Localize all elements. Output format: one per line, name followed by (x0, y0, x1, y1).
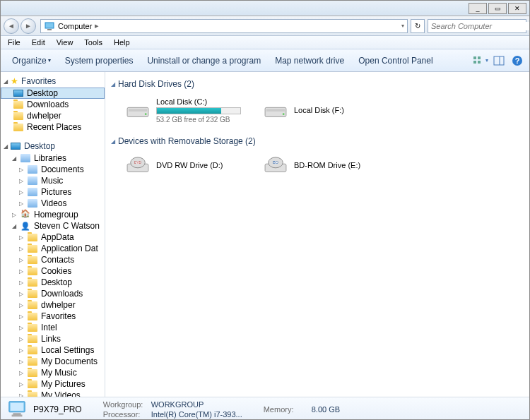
sidebar-item-documents[interactable]: ▷Documents (1, 164, 105, 175)
svg-rect-5 (478, 56, 481, 59)
sidebar-item-folder[interactable]: ▷Intel (1, 322, 105, 333)
map-network-drive-button[interactable]: Map network drive (268, 53, 351, 68)
close-button[interactable]: ✕ (508, 3, 526, 14)
folder-icon (13, 101, 23, 109)
menu-edit[interactable]: Edit (26, 37, 51, 48)
search-input[interactable] (431, 22, 529, 30)
folder-icon (28, 347, 37, 354)
favorites-group[interactable]: ◢ ★ Favorites (1, 75, 105, 88)
sidebar-item-folder[interactable]: ▷AppData (1, 232, 105, 243)
expand-icon: ▷ (19, 200, 26, 207)
open-control-panel-button[interactable]: Open Control Panel (351, 53, 440, 68)
forward-button[interactable]: ► (20, 18, 36, 34)
drive-icon: BD (261, 155, 290, 177)
folder-icon (28, 313, 37, 320)
expand-icon: ▷ (19, 167, 26, 173)
expand-icon: ▷ (19, 336, 26, 342)
minimize-button[interactable]: _ (469, 3, 487, 14)
uninstall-program-button[interactable]: Uninstall or change a program (140, 53, 268, 68)
expand-icon: ▷ (19, 268, 26, 275)
menu-tools[interactable]: Tools (78, 37, 108, 48)
back-button[interactable]: ◄ (4, 18, 19, 34)
menu-view[interactable]: View (51, 37, 79, 48)
drive-icon (261, 100, 290, 122)
drive-free-text: 53.2 GB free of 232 GB (156, 116, 256, 124)
folder-icon (13, 124, 23, 131)
sidebar-item-folder[interactable]: ▷Local Settings (1, 344, 105, 356)
sidebar-item-folder[interactable]: ▷Contacts (1, 254, 105, 265)
folder-icon (28, 279, 37, 287)
sidebar-item-folder[interactable]: ▷My Music (1, 367, 105, 378)
folder-icon (28, 256, 37, 264)
folder-icon (28, 301, 37, 309)
view-options-icon[interactable]: ▾ (473, 53, 488, 68)
sidebar-item-folder[interactable]: ▷Desktop (1, 277, 105, 288)
drive-item[interactable]: Local Disk (C:)53.2 GB free of 232 GB (121, 95, 259, 126)
drive-item[interactable]: DVDDVD RW Drive (D:) (121, 152, 259, 180)
sidebar-item-folder[interactable]: ▷Downloads (1, 288, 105, 299)
sidebar-item-folder[interactable]: ▷Links (1, 333, 105, 344)
folder-icon (28, 335, 37, 343)
refresh-button[interactable]: ↻ (411, 19, 425, 33)
folder-icon (28, 392, 37, 397)
address-location: Computer (58, 22, 92, 30)
group-header[interactable]: ◢Devices with Removable Storage (2) (111, 133, 524, 149)
expand-icon: ▷ (19, 313, 26, 320)
drive-item[interactable]: BDBD-ROM Drive (E:) (259, 152, 396, 180)
address-bar[interactable]: Computer ▸ ▾ (40, 19, 408, 33)
sidebar-item-folder[interactable]: ▷My Videos (1, 390, 105, 397)
svg-rect-4 (473, 56, 476, 59)
sidebar-item-folder[interactable]: ▷My Documents (1, 356, 105, 367)
drive-name: Local Disk (F:) (294, 106, 394, 114)
system-properties-button[interactable]: System properties (58, 53, 141, 68)
sidebar-item-libraries[interactable]: ◢Libraries (1, 152, 105, 164)
sidebar-item-dwhelper[interactable]: dwhelper (1, 110, 105, 121)
expand-icon: ▷ (19, 325, 26, 331)
sidebar-item-pictures[interactable]: ▷Pictures (1, 186, 105, 198)
processor-value: Intel(R) Core(TM) i7-393... (151, 410, 242, 419)
search-box[interactable] (428, 19, 526, 33)
navigation-pane[interactable]: ◢ ★ Favorites Desktop Downloads dwhelper… (1, 72, 105, 397)
folder-icon (28, 369, 37, 377)
organize-button[interactable]: Organize (5, 53, 58, 68)
breadcrumb-arrow-icon[interactable]: ▸ (95, 21, 99, 30)
group-header[interactable]: ◢Hard Disk Drives (2) (111, 76, 524, 92)
svg-text:?: ? (515, 56, 520, 65)
folder-icon (28, 234, 37, 241)
command-bar: Organize System properties Uninstall or … (1, 49, 529, 72)
menu-help[interactable]: Help (108, 37, 136, 48)
sidebar-item-folder[interactable]: ▷Application Dat (1, 243, 105, 254)
sidebar-item-folder[interactable]: ▷dwhelper (1, 299, 105, 311)
expand-icon: ▷ (12, 212, 19, 218)
sidebar-item-music[interactable]: ▷Music (1, 175, 105, 186)
sidebar-item-homegroup[interactable]: ▷Homegroup (1, 209, 105, 220)
sidebar-item-desktop[interactable]: Desktop (1, 88, 105, 99)
sidebar-item-folder[interactable]: ▷My Pictures (1, 378, 105, 390)
svg-rect-6 (473, 61, 476, 64)
help-icon[interactable]: ? (510, 53, 525, 68)
collapse-icon: ◢ (12, 155, 19, 162)
sidebar-item-downloads[interactable]: Downloads (1, 99, 105, 110)
sidebar-item-folder[interactable]: ▷Cookies (1, 265, 105, 277)
drive-icon: DVD (124, 155, 152, 177)
sidebar-item-videos[interactable]: ▷Videos (1, 198, 105, 209)
collapse-icon: ◢ (4, 143, 11, 150)
sidebar-item-folder[interactable]: ▷Favorites (1, 311, 105, 322)
content-pane[interactable]: ◢Hard Disk Drives (2)Local Disk (C:)53.2… (105, 72, 529, 397)
maximize-button[interactable]: ▭ (488, 3, 507, 14)
desktop-group[interactable]: ◢ Desktop (1, 140, 105, 152)
expand-icon: ▷ (19, 291, 26, 297)
drive-name: BD-ROM Drive (E:) (294, 161, 394, 169)
sidebar-item-user[interactable]: ◢Steven C Watson (1, 220, 105, 232)
preview-pane-icon[interactable] (491, 53, 507, 68)
window-titlebar: _ ▭ ✕ (1, 1, 529, 16)
computer-name: P9X79_PRO (33, 404, 82, 414)
drive-item[interactable]: Local Disk (F:) (259, 95, 396, 126)
menu-file[interactable]: File (2, 37, 26, 48)
computer-icon (44, 20, 55, 32)
svg-point-17 (283, 113, 285, 115)
svg-point-14 (145, 113, 147, 115)
address-dropdown-icon[interactable]: ▾ (401, 23, 404, 29)
sidebar-item-recent-places[interactable]: Recent Places (1, 121, 105, 133)
svg-rect-28 (13, 413, 20, 414)
